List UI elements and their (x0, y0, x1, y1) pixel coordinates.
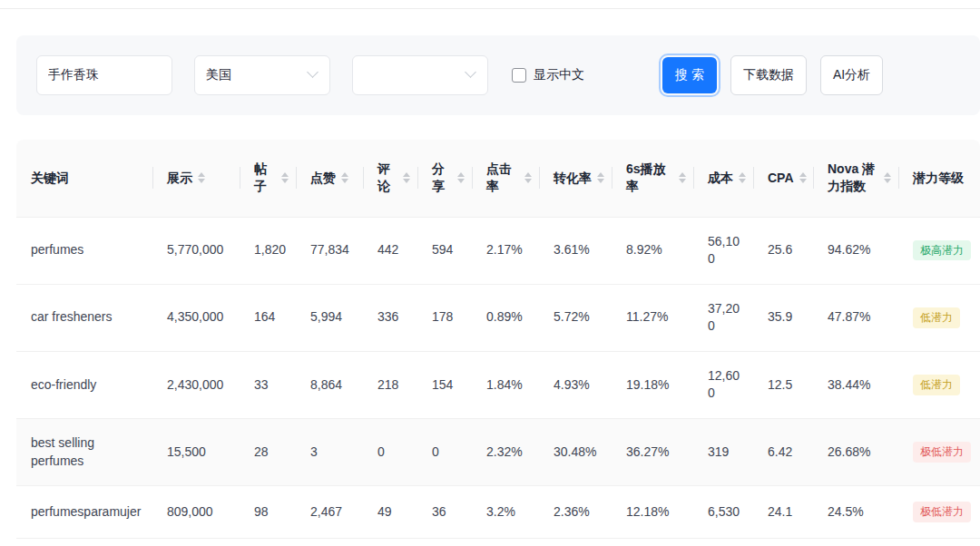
metric-cell: 6.42 (753, 419, 813, 486)
metric-cell: 2,430,000 (152, 351, 240, 418)
column-header-nova-index[interactable]: Nova 潜力指数 (813, 140, 898, 217)
column-header-posts[interactable]: 帖子 (240, 140, 296, 217)
metric-cell: 1,070 (693, 539, 753, 546)
metric-cell: 442 (363, 217, 417, 284)
potential-level-cell: 极低潜力 (898, 419, 980, 486)
metric-cell: 19.54% (612, 539, 693, 546)
show-chinese-toggle[interactable]: 显示中文 (512, 67, 584, 83)
keyword-cell: car fresheners (16, 284, 152, 351)
metric-cell: 56,100 (693, 217, 753, 284)
metric-cell: 77,834 (296, 217, 363, 284)
metric-cell: 3.2% (472, 486, 539, 539)
metric-cell: 178 (417, 284, 472, 351)
keyword-input[interactable] (36, 55, 172, 95)
metric-cell: 30.48% (539, 419, 612, 486)
metric-cell: 47,400 (152, 539, 240, 546)
metric-cell: 0 (363, 419, 417, 486)
metric-cell: 15,500 (152, 419, 240, 486)
metric-cell: 164 (240, 284, 296, 351)
metric-cell: 12.18% (612, 486, 693, 539)
metric-cell: 4,350,000 (152, 284, 240, 351)
table-row: car fresheners 4,350,000 164 5,994 336 1… (16, 284, 980, 351)
metric-cell: 35.9 (753, 284, 813, 351)
sort-icon[interactable] (739, 172, 746, 183)
column-header-ctr[interactable]: 点击率 (472, 140, 539, 217)
metric-cell: 12.5 (753, 351, 813, 418)
metric-cell: 4 (363, 539, 417, 546)
metric-cell: 12,600 (693, 351, 753, 418)
metric-cell: 2.32% (472, 419, 539, 486)
sort-icon[interactable] (799, 172, 807, 183)
sort-icon[interactable] (198, 172, 205, 183)
column-header-6s-play-rate[interactable]: 6s播放率 (612, 140, 693, 217)
potential-badge: 极低潜力 (913, 502, 971, 522)
metric-cell: 336 (363, 284, 417, 351)
metric-cell: 2,467 (296, 486, 363, 539)
metric-cell: 24.1 (753, 486, 813, 539)
search-button[interactable]: 搜 索 (662, 57, 717, 93)
keyword-cell: perfumes (16, 217, 152, 284)
metric-cell: 0.89% (472, 284, 539, 351)
sort-icon[interactable] (597, 172, 604, 183)
keyword-table: 关键词 展示 帖子 点赞 评论 (16, 140, 980, 546)
table-row: perfumeoils 47,400 81 239 4 6 11.43% 1.5… (16, 539, 980, 546)
potential-badge: 极低潜力 (913, 442, 971, 463)
metric-cell: 37,200 (693, 284, 753, 351)
metric-cell: 5,994 (296, 284, 363, 351)
metric-cell: 81 (240, 539, 296, 546)
metric-cell: 3.61% (539, 217, 612, 284)
metric-cell: 4.93% (539, 351, 612, 418)
sort-icon[interactable] (524, 172, 532, 183)
metric-cell: 6 (417, 539, 472, 546)
potential-badge: 低潜力 (913, 307, 960, 328)
metric-cell: 1.84% (472, 351, 539, 418)
metric-cell: 26.68% (813, 419, 898, 486)
metric-cell: 809,000 (152, 486, 240, 539)
metric-cell: 36.27% (612, 419, 693, 486)
metric-cell: 11.43% (472, 539, 539, 546)
keyword-cell: perfumeoils (16, 539, 152, 546)
chevron-down-icon (466, 71, 475, 80)
top-divider (0, 0, 980, 9)
metric-cell: 24.27% (813, 539, 898, 546)
country-select-value: 美国 (206, 67, 231, 83)
sort-icon[interactable] (457, 172, 465, 183)
sort-icon[interactable] (679, 172, 686, 183)
column-header-shares[interactable]: 分享 (417, 140, 472, 217)
metric-cell: 38.44% (813, 351, 898, 418)
metric-cell: 319 (693, 419, 753, 486)
column-header-cost[interactable]: 成本 (693, 140, 753, 217)
column-header-keyword: 关键词 (16, 140, 152, 217)
column-header-cvr[interactable]: 转化率 (539, 140, 612, 217)
column-header-impressions[interactable]: 展示 (152, 140, 240, 217)
download-data-button[interactable]: 下载数据 (730, 55, 807, 95)
metric-cell: 36 (417, 486, 472, 539)
potential-level-cell: 低潜力 (898, 351, 980, 418)
sort-icon[interactable] (403, 172, 410, 183)
chevron-down-icon (309, 71, 318, 80)
country-select[interactable]: 美国 (194, 55, 330, 95)
metric-cell: 3 (296, 419, 363, 486)
potential-badge: 低潜力 (913, 375, 960, 395)
column-header-likes[interactable]: 点赞 (296, 140, 363, 217)
metric-cell: 239 (296, 539, 363, 546)
potential-level-cell: 极低潜力 (898, 539, 980, 546)
sort-icon[interactable] (281, 172, 289, 183)
sort-icon[interactable] (884, 172, 891, 183)
table-row: eco-friendly 2,430,000 33 8,864 218 154 … (16, 351, 980, 418)
ai-analysis-button[interactable]: AI分析 (820, 55, 883, 95)
metric-cell: 24.5% (813, 486, 898, 539)
category-select[interactable] (352, 55, 488, 95)
metric-cell: 6,530 (693, 486, 753, 539)
table-row: perfumes 5,770,000 1,820 77,834 442 594 … (16, 217, 980, 284)
metric-cell: 1.54% (539, 539, 612, 546)
column-header-comments[interactable]: 评论 (363, 140, 417, 217)
metric-cell: 94.62% (813, 217, 898, 284)
column-header-cpa[interactable]: CPA (753, 140, 813, 217)
checkbox-icon[interactable] (512, 68, 526, 83)
sort-icon[interactable] (341, 172, 348, 183)
metric-cell: 33 (240, 351, 296, 418)
metric-cell: 154 (417, 351, 472, 418)
metric-cell: 27.9 (753, 539, 813, 546)
potential-level-cell: 极高潜力 (898, 217, 980, 284)
